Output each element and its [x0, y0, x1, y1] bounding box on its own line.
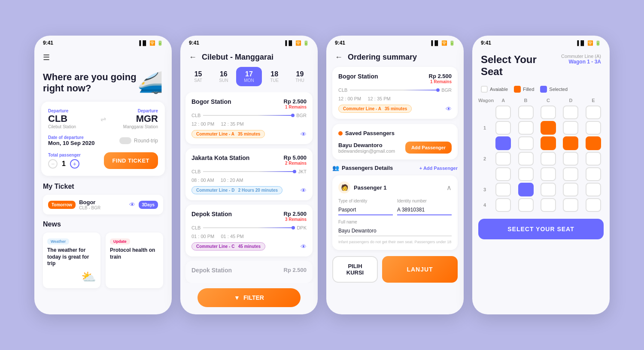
saved-passengers-section: Saved Passengers Bayu Dewantoro bdewande…: [332, 124, 458, 160]
find-ticket-button[interactable]: FIND TICKET: [104, 152, 158, 169]
add-passenger-button[interactable]: Add Passenger: [405, 142, 452, 154]
fullname-group: Full name: [338, 220, 452, 236]
ordering-footer: PILIH KURSI LANJUT: [332, 256, 458, 283]
fullname-input[interactable]: [338, 226, 452, 236]
passenger-avatar: 🧑: [338, 181, 350, 193]
station-card-jakarta[interactable]: Jakarta Kota Station Rp 5.000 2 Remains …: [185, 148, 313, 200]
search-form: Departure CLB Cilebut Station ⇌ Departur…: [41, 102, 165, 176]
status-icons-2: ▐▐▌ 🛜 🔋: [284, 40, 309, 46]
departure-station[interactable]: Departure CLB Cilebut Station: [48, 109, 96, 129]
seat-1e2[interactable]: [586, 121, 601, 135]
seat-3e[interactable]: [586, 167, 601, 181]
date-selector[interactable]: Date of departure Mon, 10 Sep 2020: [48, 135, 94, 146]
pilih-kursi-button[interactable]: PILIH KURSI: [332, 256, 378, 283]
seat-4e[interactable]: [586, 198, 601, 212]
filled-label: Filled: [523, 87, 534, 92]
seat-legend: Avaiable Filled Selected: [472, 83, 610, 95]
seat-3d2[interactable]: [563, 183, 578, 196]
seat-3c[interactable]: [541, 167, 556, 181]
ticket-list-item[interactable]: Tomorrow Bogor CLB - BGR 👁 3Days: [43, 195, 163, 214]
grid-header-row: Wagon A B C D E: [478, 98, 604, 103]
back-button-ordering[interactable]: ←: [335, 53, 343, 62]
seat-3b2-selected[interactable]: [518, 183, 534, 196]
swap-arrow-icon[interactable]: ⇌: [100, 115, 106, 123]
seat-2c2[interactable]: [541, 152, 556, 166]
identity-num-label: Identity number: [397, 199, 452, 203]
seat-4d[interactable]: [563, 198, 578, 212]
seat-1b2[interactable]: [518, 121, 534, 135]
pax-increase-button[interactable]: +: [70, 159, 79, 169]
identity-form-row: Type of identity Pasport KTP Identity nu…: [338, 199, 452, 215]
seat-1b[interactable]: [518, 106, 534, 119]
seat-2e2[interactable]: [586, 152, 601, 166]
booking-remains: 1 Remains: [429, 79, 452, 84]
seat-3d[interactable]: [563, 167, 578, 181]
seat-1d2[interactable]: [563, 121, 578, 135]
seat-1d[interactable]: [563, 106, 578, 119]
passenger-1-card: 🧑 Passenger 1 ∧ Type of identity Pasport…: [332, 175, 458, 250]
booking-price: Rp 2.500: [429, 73, 452, 79]
seat-3e2[interactable]: [586, 183, 601, 196]
seat-2b[interactable]: [518, 136, 534, 150]
station-card-depok2[interactable]: Depok Station Rp 2.500: [185, 261, 313, 283]
seat-2a2[interactable]: [495, 152, 511, 166]
seat-1a2[interactable]: [495, 121, 511, 135]
booking-eye-icon[interactable]: 👁: [446, 106, 452, 112]
date-item-15[interactable]: 15 SAT: [185, 67, 211, 86]
station-results-list: Bogor Station Rp 2.500 1 Remains CLB BGR…: [180, 92, 318, 283]
add-passenger-link[interactable]: + Add Passenger: [419, 166, 458, 171]
pax-decrease-button[interactable]: −: [48, 159, 58, 169]
seat-2a-selected[interactable]: [495, 136, 511, 150]
filter-button[interactable]: ▼ FILTER: [197, 288, 301, 307]
news-card-update[interactable]: Update Protocol health on train: [106, 232, 163, 288]
seat-4c[interactable]: [541, 198, 556, 212]
select-seat-button[interactable]: SELECT YOUR SEAT: [478, 219, 604, 239]
station-remains-bogor: 1 Remains: [284, 105, 307, 109]
seat-1e[interactable]: [586, 106, 601, 119]
seat-2b2[interactable]: [518, 152, 534, 166]
view-icon-3[interactable]: 👁: [301, 243, 307, 250]
lanjut-button[interactable]: LANJUT: [382, 256, 458, 283]
station-price-depok: Rp 2.500: [284, 211, 307, 217]
seat-2d2[interactable]: [563, 152, 578, 166]
station-card-bogor[interactable]: Bogor Station Rp 2.500 1 Remains CLB BGR…: [185, 92, 313, 144]
station-name-bogor: Bogor Station: [191, 98, 231, 105]
seat-row-3b: 3: [478, 183, 604, 196]
identity-type-select[interactable]: Pasport KTP: [338, 205, 393, 215]
ordering-header: ← Ordering summary: [326, 48, 464, 67]
menu-icon[interactable]: ☰: [43, 53, 163, 62]
search-title: Cilebut - Manggarai: [202, 53, 273, 62]
seat-3a[interactable]: [495, 167, 511, 181]
seat-4b[interactable]: [518, 198, 534, 212]
view-icon-2[interactable]: 👁: [301, 187, 307, 194]
seat-3c2[interactable]: [541, 183, 556, 196]
destination-station[interactable]: Departure MGR Manggarai Station: [110, 109, 158, 129]
train-illustration: 🚄: [137, 71, 163, 95]
station-remains-depok: 3 Remains: [284, 217, 307, 222]
roundtrip-label: Round-trip: [134, 138, 158, 144]
eye-icon[interactable]: 👁: [129, 201, 135, 208]
news-card-weather[interactable]: Weather The weather for today is great f…: [43, 232, 100, 288]
identity-number-input[interactable]: [397, 205, 452, 215]
seat-1c[interactable]: [541, 106, 556, 119]
status-icons-1: ▐▐▌ 🛜 🔋: [138, 40, 163, 46]
date-item-16[interactable]: 16 SUN: [211, 67, 236, 86]
seat-3b[interactable]: [518, 167, 534, 181]
station-name-depok: Depok Station: [191, 211, 232, 217]
legend-filled: Filled: [514, 86, 534, 93]
toggle-icon[interactable]: [119, 137, 131, 144]
seat-1a[interactable]: [495, 106, 511, 119]
date-item-19[interactable]: 19 THU: [287, 67, 313, 86]
seat-4a[interactable]: [495, 198, 511, 212]
station-card-depok[interactable]: Depok Station Rp 2.500 3 Remains CLB DPK…: [185, 205, 313, 256]
view-icon[interactable]: 👁: [301, 131, 307, 138]
roundtrip-toggle[interactable]: Round-trip: [119, 137, 158, 144]
collapse-icon[interactable]: ∧: [447, 184, 452, 192]
filled-box-icon: [514, 86, 521, 93]
date-item-18[interactable]: 18 TUE: [262, 67, 287, 86]
back-button[interactable]: ←: [189, 53, 197, 62]
saved-title-text: Saved Passengers: [345, 130, 395, 136]
seat-3a2[interactable]: [495, 183, 511, 196]
route-line-icon: [203, 171, 295, 172]
date-item-17[interactable]: 17 MON: [236, 67, 261, 86]
